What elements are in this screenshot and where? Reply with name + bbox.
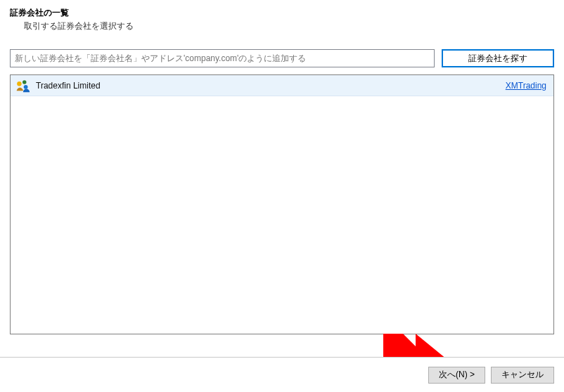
list-item[interactable]: Tradexfin Limited XMTrading: [11, 75, 553, 96]
svg-point-2: [24, 84, 28, 89]
cancel-button[interactable]: キャンセル: [491, 367, 554, 384]
broker-people-icon: [15, 78, 30, 93]
broker-list[interactable]: Tradexfin Limited XMTrading: [10, 74, 554, 334]
broker-link[interactable]: XMTrading: [506, 81, 546, 91]
broker-name: Tradexfin Limited: [36, 81, 506, 91]
add-broker-input[interactable]: [10, 49, 435, 67]
svg-point-1: [23, 80, 27, 84]
svg-point-0: [17, 81, 21, 86]
next-button[interactable]: 次へ(N) >: [428, 367, 485, 384]
page-title: 証券会社の一覧: [10, 7, 554, 19]
page-subtitle: 取引する証券会社を選択する: [10, 20, 554, 32]
footer-bar: 次へ(N) > キャンセル: [0, 357, 564, 392]
find-broker-button[interactable]: 証券会社を探す: [442, 49, 554, 67]
